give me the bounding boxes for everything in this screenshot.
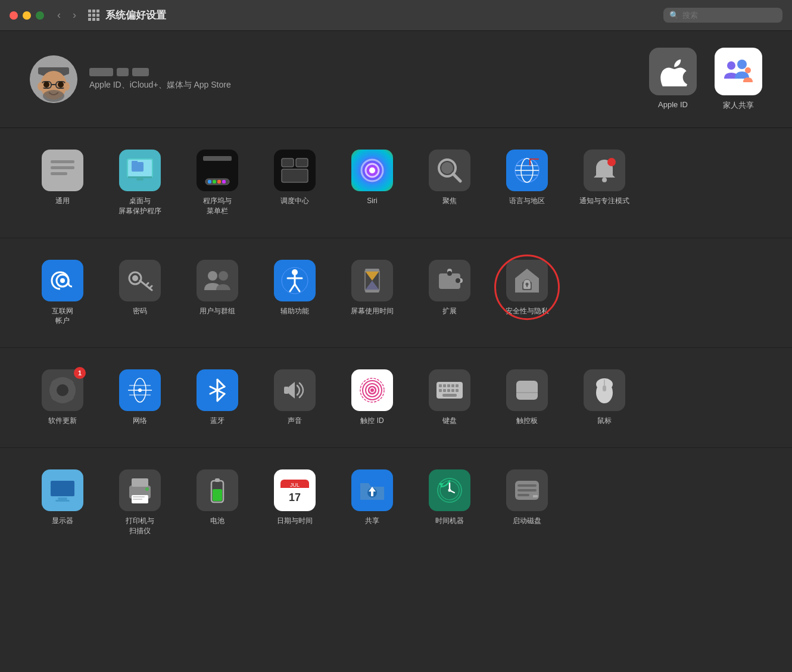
settings-item-bluetooth[interactable]: 蓝牙 <box>179 361 256 434</box>
settings-item-screentime[interactable]: 屏幕使用时间 <box>333 251 411 335</box>
settings-item-startup[interactable]: 启动磁盘 <box>488 461 566 545</box>
svg-rect-81 <box>49 388 54 392</box>
svg-rect-44 <box>529 158 539 160</box>
security-icon <box>506 260 548 301</box>
svg-point-92 <box>138 388 142 392</box>
settings-item-users[interactable]: 用户与群组 <box>179 251 256 335</box>
titlebar: ‹ › 系统偏好设置 🔍 <box>0 0 792 31</box>
search-input[interactable] <box>682 11 772 20</box>
settings-item-passwords[interactable]: 密码 <box>101 251 179 335</box>
window-title: 系统偏好设置 <box>105 8 663 22</box>
user-subtitle: Apple ID、iCloud+、媒体与 App Store <box>89 80 231 91</box>
settings-item-printers[interactable]: 打印机与扫描仪 <box>101 461 179 545</box>
search-icon: 🔍 <box>669 11 679 20</box>
name-block-1 <box>89 68 113 76</box>
network-icon <box>119 369 161 411</box>
settings-item-trackpad[interactable]: 触控板 <box>488 361 566 434</box>
settings-item-battery[interactable]: 电池 <box>179 461 256 545</box>
svg-rect-109 <box>451 384 454 387</box>
settings-item-spotlight[interactable]: 聚焦 <box>411 141 488 225</box>
settings-item-displays[interactable]: 显示器 <box>24 461 101 545</box>
user-actions: Apple ID 家人共享 <box>649 48 762 111</box>
forward-button[interactable]: › <box>69 8 80 23</box>
svg-line-97 <box>217 394 224 401</box>
svg-point-47 <box>607 158 616 166</box>
apple-id-button[interactable]: Apple ID <box>649 48 697 111</box>
settings-item-mouse[interactable]: 鼠标 <box>566 361 643 434</box>
settings-item-security[interactable]: 安全性与隐私 <box>488 251 566 335</box>
section-hardware: 1 软件更新 网络 <box>0 348 792 448</box>
svg-rect-16 <box>51 166 74 169</box>
svg-marker-98 <box>289 382 295 399</box>
settings-item-extensions[interactable]: 扩展 <box>411 251 488 335</box>
svg-rect-108 <box>447 384 450 387</box>
sharing-icon <box>351 469 393 511</box>
settings-item-keyboard[interactable]: 键盘 <box>411 361 488 434</box>
settings-item-notifications[interactable]: 通知与专注模式 <box>566 141 643 225</box>
svg-point-12 <box>727 61 735 70</box>
settings-item-software[interactable]: 1 软件更新 <box>24 361 101 434</box>
settings-item-desktop[interactable]: 桌面与屏幕保护程序 <box>101 141 179 225</box>
grid-view-icon[interactable] <box>88 10 99 21</box>
settings-item-touchid[interactable]: 触控 ID <box>333 361 411 434</box>
svg-rect-111 <box>439 389 442 392</box>
svg-point-69 <box>447 271 452 276</box>
svg-point-7 <box>43 82 49 88</box>
settings-item-mission[interactable]: 调度中心 <box>256 141 333 225</box>
touchid-label: 触控 ID <box>360 416 383 426</box>
settings-item-sound[interactable]: 声音 <box>256 361 333 434</box>
svg-rect-21 <box>132 161 138 163</box>
general-label: 通用 <box>55 196 70 206</box>
svg-rect-116 <box>442 394 457 397</box>
settings-item-internet[interactable]: 互联网帐户 <box>24 251 101 335</box>
svg-rect-30 <box>282 158 294 167</box>
settings-item-timemachine[interactable]: 时间机器 <box>411 461 488 545</box>
settings-item-sharing[interactable]: 共享 <box>333 461 411 545</box>
close-button[interactable] <box>10 11 18 20</box>
section-internet: 互联网帐户 密码 <box>0 238 792 349</box>
svg-rect-17 <box>51 172 67 175</box>
general-icon <box>42 150 83 191</box>
svg-rect-135 <box>213 489 222 501</box>
desktop-icon <box>119 150 161 191</box>
datetime-icon: 17 JUL <box>274 469 316 511</box>
security-label: 安全性与隐私 <box>506 306 548 316</box>
accessibility-label: 辅助功能 <box>280 306 309 316</box>
search-box[interactable]: 🔍 <box>663 8 782 23</box>
users-label: 用户与群组 <box>199 306 235 316</box>
user-name-placeholder <box>89 68 231 76</box>
user-info: Apple ID、iCloud+、媒体与 App Store <box>30 55 231 103</box>
svg-rect-115 <box>456 389 459 392</box>
svg-rect-20 <box>132 162 144 172</box>
svg-rect-117 <box>516 381 538 400</box>
back-button[interactable]: ‹ <box>54 8 64 23</box>
displays-icon <box>42 469 83 511</box>
notifications-label: 通知与专注模式 <box>579 196 629 206</box>
user-section: Apple ID、iCloud+、媒体与 App Store Apple ID <box>0 31 792 128</box>
svg-rect-82 <box>71 388 76 392</box>
svg-rect-26 <box>208 180 211 183</box>
settings-item-datetime[interactable]: 17 JUL 日期与时间 <box>256 461 333 545</box>
svg-rect-28 <box>217 180 221 183</box>
settings-grid-3: 1 软件更新 网络 <box>24 361 768 434</box>
settings-item-siri[interactable]: Siri <box>333 141 411 225</box>
timemachine-label: 时间机器 <box>435 516 464 526</box>
svg-rect-126 <box>55 500 70 502</box>
settings-item-dock[interactable]: 程序坞与菜单栏 <box>179 141 256 225</box>
svg-rect-45 <box>529 158 531 166</box>
settings-item-network[interactable]: 网络 <box>101 361 179 434</box>
minimize-button[interactable] <box>23 11 31 20</box>
settings-item-accessibility[interactable]: 辅助功能 <box>256 251 333 335</box>
svg-rect-128 <box>132 478 148 487</box>
settings-item-general[interactable]: 通用 <box>24 141 101 225</box>
sound-icon <box>274 369 316 411</box>
settings-item-language[interactable]: 语言与地区 <box>488 141 566 225</box>
network-label: 网络 <box>133 416 147 426</box>
family-sharing-button[interactable]: 家人共享 <box>715 48 762 111</box>
avatar[interactable] <box>30 55 77 103</box>
svg-point-132 <box>145 487 149 491</box>
svg-rect-150 <box>517 484 537 487</box>
sharing-label: 共享 <box>365 516 379 526</box>
maximize-button[interactable] <box>36 11 44 20</box>
svg-rect-130 <box>133 496 145 497</box>
